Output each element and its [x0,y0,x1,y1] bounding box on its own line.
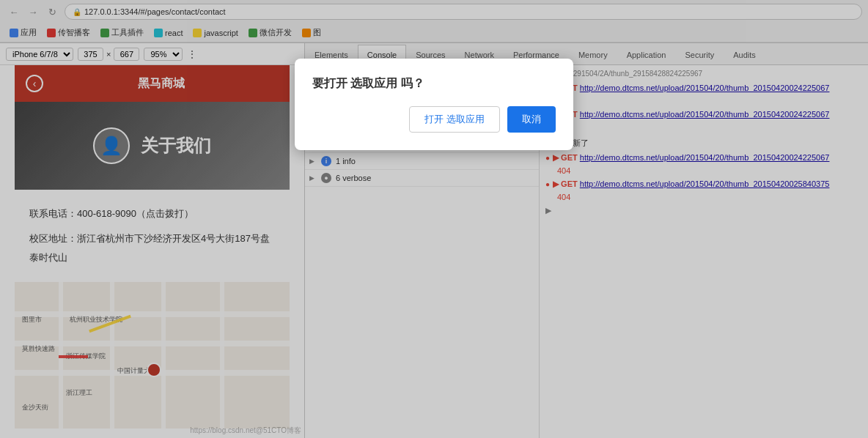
cancel-dialog-button[interactable]: 取消 [507,106,556,133]
dialog-overlay: 要打开 选取应用 吗？ 打开 选取应用 取消 [0,0,868,438]
dialog-buttons: 打开 选取应用 取消 [312,106,556,133]
dialog-title: 要打开 选取应用 吗？ [312,76,556,92]
open-app-dialog: 要打开 选取应用 吗？ 打开 选取应用 取消 [295,59,573,150]
open-app-button[interactable]: 打开 选取应用 [409,106,500,133]
